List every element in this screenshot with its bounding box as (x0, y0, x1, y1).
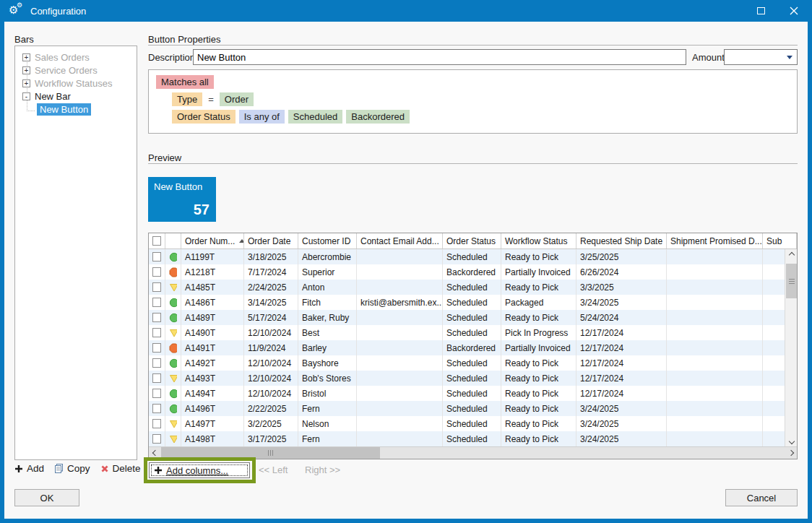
column-header-workflow_status[interactable]: Workflow Status (501, 233, 576, 248)
table-row[interactable]: A1490T12/10/2024BestScheduledPick In Pro… (149, 325, 797, 340)
row-checkbox[interactable] (152, 313, 161, 322)
title-bar: ⚙ ⚙ Configuration (0, 0, 812, 22)
column-header-label: Workflow Status (505, 236, 567, 246)
amount-select[interactable] (724, 49, 798, 65)
table-row[interactable]: A1491T11/9/2024BarleyBackorderedPartiall… (149, 340, 797, 355)
expand-icon[interactable]: + (22, 53, 30, 61)
cell-shipment_promised (667, 264, 763, 280)
cell-customer_id: Best (298, 325, 357, 340)
row-checkbox[interactable] (152, 373, 161, 383)
column-header-order_date[interactable]: Order Date (244, 233, 298, 248)
row-checkbox[interactable] (152, 389, 161, 398)
cell-status (165, 355, 181, 371)
collapse-icon[interactable]: - (22, 92, 30, 100)
row-checkbox[interactable] (152, 252, 161, 262)
scroll-right-button[interactable] (785, 447, 797, 459)
row-checkbox[interactable] (152, 298, 161, 307)
cell-contact_email (357, 401, 443, 416)
cell-customer_id: Bristol (298, 386, 357, 401)
cell-status (165, 386, 181, 401)
table-row[interactable]: A1492T12/10/2024BayshoreScheduledReady t… (149, 355, 797, 371)
row-checkbox[interactable] (152, 267, 161, 277)
tree-item-new-button[interactable]: New Button (15, 103, 137, 116)
vertical-scrollbar[interactable] (785, 249, 797, 446)
row-checkbox[interactable] (152, 419, 161, 428)
table-row[interactable]: A1199T3/18/2025AbercrombieScheduledReady… (149, 249, 797, 264)
row-checkbox[interactable] (152, 434, 161, 444)
copy-button[interactable]: Copy (54, 463, 90, 474)
column-header-customer_id[interactable]: Customer ID (298, 233, 357, 248)
cell-order_num: A1490T (181, 325, 244, 340)
vertical-scrollbar-thumb[interactable] (786, 264, 797, 298)
table-row[interactable]: A1485T2/24/2025AntonScheduledReady to Pi… (149, 280, 797, 295)
table-row[interactable]: A1493T12/10/2024Bob's StoresScheduledRea… (149, 371, 797, 386)
table-row[interactable]: A1494T12/10/2024BristolScheduledReady to… (149, 386, 797, 401)
maximize-button[interactable] (751, 3, 770, 19)
column-header-shipment_promised[interactable]: Shipment Promised D... (667, 233, 763, 248)
tree-item-service-orders[interactable]: +Service Orders (15, 64, 137, 77)
close-button[interactable] (785, 3, 803, 19)
cancel-button[interactable]: Cancel (725, 489, 798, 506)
scroll-up-button[interactable] (785, 249, 798, 260)
table-row[interactable]: A1496T2/22/2025FernScheduledReady to Pic… (149, 401, 797, 416)
row-checkbox[interactable] (152, 343, 161, 353)
filter-token-value[interactable]: Scheduled (288, 110, 342, 124)
table-row[interactable]: A1486T3/14/2025Fitchkristi@abersmith.ex.… (149, 295, 797, 310)
filter-token-field[interactable]: Order Status (172, 110, 236, 124)
cell-order_date: 3/18/2025 (244, 249, 298, 264)
column-header-contact_email[interactable]: Contact Email Add... (357, 233, 443, 248)
column-header-requested_ship[interactable]: Requested Ship Date (576, 233, 667, 248)
column-header-sub[interactable]: Sub (763, 233, 797, 248)
cell-requested_ship: 12/17/2024 (576, 340, 667, 355)
cell-customer_id: Abercrombie (298, 249, 357, 264)
description-input[interactable] (193, 49, 686, 65)
delete-button[interactable]: Delete (100, 463, 141, 474)
cell-order_status: Scheduled (443, 325, 501, 340)
cell-customer_id: Fern (298, 401, 357, 416)
cell-contact_email (357, 280, 443, 295)
add-button[interactable]: Add (14, 463, 44, 474)
expand-icon[interactable]: + (22, 79, 30, 87)
column-header-order_status[interactable]: Order Status (443, 233, 501, 248)
ok-button[interactable]: OK (14, 489, 79, 506)
filter-token-operator[interactable]: Is any of (239, 110, 285, 124)
cell-order_date: 2/24/2025 (244, 280, 298, 295)
row-checkbox[interactable] (152, 282, 161, 292)
move-right-button[interactable]: Right >> (305, 464, 340, 475)
scroll-down-button[interactable] (785, 436, 798, 446)
table-row[interactable]: A1218T7/17/2024SuperiorBackorderedPartia… (149, 264, 797, 280)
plus-icon (154, 466, 163, 475)
table-row[interactable]: A1498T3/17/2025FernScheduledReady to Pic… (149, 431, 797, 446)
tree-item-workflow-statuses[interactable]: +Workflow Statuses (15, 77, 137, 90)
add-columns-button[interactable]: Add columns... (149, 462, 250, 478)
cell-select (149, 371, 165, 386)
configuration-window: ⚙ ⚙ Configuration Bars +Sales Orders+Ser… (0, 0, 812, 523)
move-left-button[interactable]: << Left (259, 464, 288, 475)
column-header-order_num[interactable]: Order Num... (181, 233, 244, 248)
grid-body: A1199T3/18/2025AbercrombieScheduledReady… (149, 249, 797, 446)
filter-token-value[interactable]: Backordered (346, 110, 410, 124)
cell-status (165, 280, 181, 295)
table-row[interactable]: A1497T3/2/2025NelsonScheduledReady to Pi… (149, 416, 797, 431)
cell-workflow_status: Pick In Progress (501, 325, 576, 340)
grid-header-row: Order Num...Order DateCustomer IDContact… (149, 233, 797, 249)
cell-order_date: 3/2/2025 (244, 416, 298, 431)
tree-item-label: New Button (37, 103, 91, 116)
row-checkbox[interactable] (152, 328, 161, 337)
column-header-status[interactable] (165, 233, 181, 248)
select-all-checkbox[interactable] (152, 236, 161, 246)
tree-item-new-bar[interactable]: -New Bar (15, 90, 137, 103)
expand-icon[interactable]: + (22, 66, 30, 74)
row-checkbox[interactable] (152, 404, 161, 413)
cell-status (165, 264, 181, 280)
cell-shipment_promised (667, 295, 763, 310)
filter-root-tag[interactable]: Matches all (156, 75, 214, 89)
table-row[interactable]: A1489T5/17/2024Baker, RubyScheduledReady… (149, 310, 797, 325)
filter-token-field[interactable]: Type (172, 92, 202, 106)
column-header-select[interactable] (149, 233, 165, 248)
row-checkbox[interactable] (152, 358, 161, 368)
filter-token-value[interactable]: Order (220, 92, 254, 106)
preview-button-tile[interactable]: New Button 57 (148, 177, 216, 222)
tree-item-sales-orders[interactable]: +Sales Orders (15, 51, 137, 64)
cell-order_date: 11/9/2024 (244, 340, 298, 355)
